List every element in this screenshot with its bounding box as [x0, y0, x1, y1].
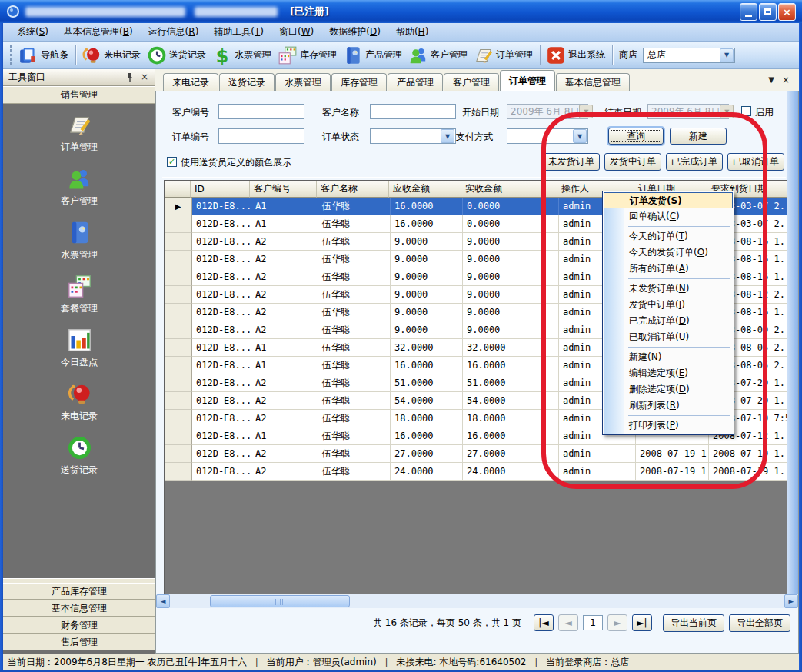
row-header-cell[interactable] — [165, 445, 192, 463]
tab-7[interactable]: 基本信息管理 — [556, 73, 630, 91]
close-icon[interactable]: × — [141, 72, 150, 83]
last-page-button[interactable]: ►| — [632, 614, 652, 631]
horizontal-scrollbar[interactable]: ◄ ► — [156, 594, 798, 608]
row-header-cell[interactable]: ▶ — [165, 198, 192, 215]
context-menu-item-12[interactable]: 新建(N) — [604, 349, 733, 365]
context-menu-item-4[interactable]: 今天的发货订单(O) — [604, 245, 733, 261]
toolbar-button-5[interactable]: 产品管理 — [341, 44, 406, 67]
context-menu-item-8[interactable]: 发货中订单(I) — [604, 297, 733, 313]
column-header-2[interactable]: 客户名称 — [317, 181, 389, 198]
status-filter-button-2[interactable]: 已完成订单 — [666, 153, 723, 171]
row-header-cell[interactable] — [165, 268, 192, 286]
status-filter-button-3[interactable]: 已取消订单 — [727, 153, 784, 171]
row-header-cell[interactable] — [165, 410, 192, 427]
row-header-cell[interactable] — [165, 251, 192, 268]
sidebar-section-sales[interactable]: 销售管理 — [3, 86, 155, 104]
row-header-cell[interactable] — [165, 374, 192, 392]
tab-0[interactable]: 来电记录 — [163, 73, 218, 91]
column-header-1[interactable]: 客户编号 — [250, 181, 317, 198]
menu-item-5[interactable]: 数据维护(D) — [321, 23, 388, 41]
order-no-input[interactable] — [218, 128, 304, 144]
row-header-cell[interactable] — [165, 215, 192, 233]
context-menu-item-13[interactable]: 编辑选定项(E) — [604, 365, 733, 381]
status-filter-button-1[interactable]: 发货中订单 — [604, 153, 661, 171]
page-number-input[interactable]: 1 — [583, 615, 603, 630]
prev-page-button[interactable]: ◄ — [558, 614, 578, 631]
toolbar-button-6[interactable]: 客户管理 — [406, 44, 471, 67]
table-row[interactable]: 012D-E8...A2伍华聪24.000024.0000admin2008-0… — [165, 463, 787, 481]
toolbar-button-1[interactable]: 来电记录 — [79, 44, 145, 67]
toolbar-button-4[interactable]: 库存管理 — [275, 44, 341, 67]
toolbar-button-0[interactable]: 导航条 — [16, 44, 72, 67]
pay-method-select[interactable]: ▼ — [507, 128, 588, 144]
context-menu-item-3[interactable]: 今天的订单(T) — [604, 228, 733, 245]
enable-checkbox[interactable] — [741, 106, 751, 116]
sidebar-item-6[interactable]: 送货记录 — [61, 435, 98, 477]
pin-icon[interactable] — [125, 72, 135, 83]
close-icon[interactable]: × — [778, 3, 796, 21]
tab-3[interactable]: 库存管理 — [331, 73, 387, 91]
export-current-page-button[interactable]: 导出当前页 — [663, 614, 724, 632]
toolbar-button-2[interactable]: 送货记录 — [145, 44, 210, 67]
row-header-cell[interactable] — [165, 233, 192, 251]
context-menu-item-0[interactable]: 订单发货(S) — [604, 192, 733, 208]
customer-name-input[interactable] — [370, 104, 456, 119]
minimize-icon[interactable] — [740, 3, 757, 21]
row-header-cell[interactable] — [165, 286, 192, 304]
status-filter-button-0[interactable]: 未发货订单 — [543, 153, 600, 171]
tab-1[interactable]: 送货记录 — [219, 73, 275, 91]
row-header-cell[interactable] — [165, 357, 192, 374]
store-select[interactable]: 总店▼ — [643, 48, 735, 63]
end-date-picker[interactable]: 2009年 6月 8日▼ — [647, 104, 729, 119]
context-menu-item-15[interactable]: 刷新列表(R) — [604, 398, 733, 414]
toolbar-button-7[interactable]: 订单管理 — [471, 44, 537, 67]
sidebar-item-2[interactable]: 水票管理 — [61, 220, 98, 261]
sidebar-item-4[interactable]: 今日盘点 — [61, 328, 98, 369]
scroll-right-icon[interactable]: ► — [784, 594, 798, 608]
menu-item-0[interactable]: 系统(S) — [9, 23, 56, 41]
maximize-icon[interactable] — [759, 3, 777, 21]
order-status-select[interactable]: ▼ — [370, 128, 456, 144]
context-menu-item-10[interactable]: 已取消订单(U) — [604, 329, 733, 345]
row-header-cell[interactable] — [165, 304, 192, 321]
menu-item-6[interactable]: 帮助(H) — [388, 23, 436, 41]
column-header-0[interactable]: ID — [191, 181, 250, 198]
tab-2[interactable]: 水票管理 — [275, 73, 331, 91]
menu-item-2[interactable]: 运行信息(R) — [141, 23, 207, 41]
row-header-cell[interactable] — [165, 339, 192, 357]
vertical-scrollbar[interactable] — [787, 91, 798, 594]
next-page-button[interactable]: ► — [607, 614, 627, 631]
context-menu-item-7[interactable]: 未发货订单(N) — [604, 281, 733, 297]
color-checkbox[interactable]: ✓ — [167, 157, 177, 167]
row-header-cell[interactable] — [165, 463, 192, 481]
sidebar-item-5[interactable]: 来电记录 — [61, 381, 98, 423]
sidebar-group-3[interactable]: 售后管理 — [3, 634, 155, 650]
context-menu-item-9[interactable]: 已完成订单(D) — [604, 313, 733, 329]
new-button[interactable]: 新建 — [670, 128, 727, 145]
row-header-cell[interactable] — [165, 321, 192, 339]
query-button[interactable]: 查询 — [608, 128, 664, 145]
menu-item-3[interactable]: 辅助工具(T) — [206, 23, 271, 41]
menu-item-4[interactable]: 窗口(W) — [271, 23, 321, 41]
row-header-cell[interactable] — [165, 392, 192, 410]
column-header-3[interactable]: 应收金额 — [389, 181, 461, 198]
context-menu-item-5[interactable]: 所有的订单(A) — [604, 261, 733, 277]
toolbar-button-8[interactable]: 退出系统 — [544, 44, 609, 67]
customer-no-input[interactable] — [218, 104, 304, 119]
scrollbar-thumb[interactable] — [210, 595, 350, 607]
menu-item-1[interactable]: 基本信息管理(B) — [56, 23, 141, 41]
tab-5[interactable]: 客户管理 — [444, 73, 499, 91]
context-menu-item-14[interactable]: 删除选定项(D) — [604, 381, 733, 398]
export-all-pages-button[interactable]: 导出全部页 — [729, 614, 790, 632]
start-date-picker[interactable]: 2009年 6月 8日▼ — [507, 104, 588, 119]
toolbar-grip[interactable] — [10, 45, 12, 65]
sidebar-item-3[interactable]: 套餐管理 — [61, 274, 98, 315]
sidebar-group-0[interactable]: 产品库存管理 — [3, 583, 155, 600]
table-row[interactable]: 012D-E8...A2伍华聪27.000027.0000admin2008-0… — [165, 445, 787, 463]
sidebar-group-2[interactable]: 财务管理 — [3, 617, 155, 634]
row-header-cell[interactable] — [165, 427, 192, 445]
column-header-4[interactable]: 实收金额 — [461, 181, 557, 198]
sidebar-item-0[interactable]: 订单管理 — [61, 112, 98, 154]
sidebar-item-1[interactable]: 客户管理 — [61, 166, 98, 208]
tab-list-dropdown-icon[interactable]: ▼ — [768, 76, 774, 84]
